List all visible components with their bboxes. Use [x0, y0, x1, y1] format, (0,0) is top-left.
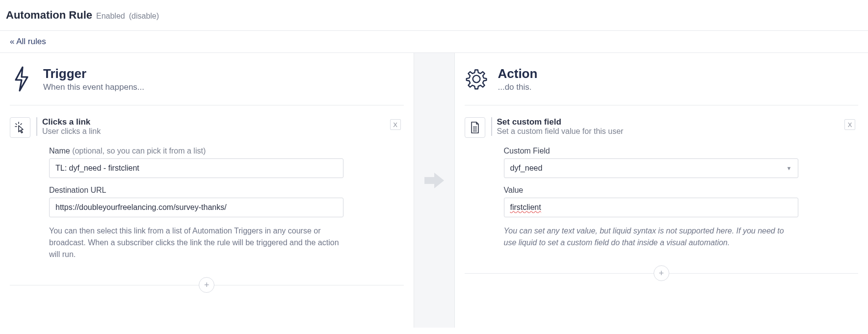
action-heading: Action [498, 66, 538, 81]
arrow-right-icon [423, 171, 445, 190]
trigger-rule-subtitle: User clicks a link [42, 127, 101, 136]
add-trigger-row: + [10, 276, 404, 294]
trigger-name-input[interactable]: TL: dyf_need - firstclient [49, 158, 343, 178]
trigger-help-text: You can then select this link from a lis… [49, 225, 343, 260]
main-content: Trigger When this event happens... X Cli… [0, 53, 868, 328]
panel-divider [414, 53, 455, 328]
trigger-panel: Trigger When this event happens... X Cli… [0, 53, 414, 328]
trigger-url-input[interactable]: https://doubleyourfreelancing.com/survey… [49, 198, 343, 217]
add-action-button[interactable]: + [654, 265, 669, 281]
status-badge: Enabled [96, 12, 125, 21]
action-help-text: You can set any text value, but liquid s… [504, 225, 798, 249]
name-label: Name (optional, so you can pick it from … [49, 147, 404, 155]
action-rule-subtitle: Set a custom field value for this user [497, 127, 624, 136]
remove-trigger-button[interactable]: X [390, 119, 401, 130]
remove-action-button[interactable]: X [844, 119, 855, 130]
trigger-heading: Trigger [43, 66, 144, 81]
breadcrumb-bar: « All rules [0, 31, 868, 53]
custom-field-select[interactable]: dyf_need ▼ [504, 158, 798, 178]
action-panel: Action ...do this. X Set custom field [455, 53, 868, 328]
document-icon [465, 117, 485, 138]
url-label: Destination URL [49, 186, 404, 195]
chevron-down-icon: ▼ [787, 165, 792, 171]
back-to-rules-link[interactable]: « All rules [10, 37, 46, 46]
disable-link[interactable]: (disable) [129, 12, 159, 21]
add-trigger-button[interactable]: + [199, 277, 214, 293]
action-subheading: ...do this. [498, 82, 538, 92]
action-rule-head: Set custom field Set a custom field valu… [465, 117, 859, 138]
click-icon [10, 117, 30, 138]
trigger-header: Trigger When this event happens... [10, 65, 404, 105]
value-input[interactable]: firstclient [504, 198, 798, 217]
lightning-icon [10, 65, 33, 93]
trigger-rule-block: X Clicks a link User clicks a link Name … [10, 117, 404, 260]
action-rule-title: Set custom field [497, 117, 624, 127]
value-label: Value [504, 186, 859, 195]
trigger-rule-head: Clicks a link User clicks a link [10, 117, 404, 138]
page-header: Automation Rule Enabled (disable) [0, 0, 868, 31]
action-rule-block: X Set custom field Set a custom field va… [465, 117, 859, 249]
trigger-form: Name (optional, so you can pick it from … [10, 147, 404, 260]
page-title: Automation Rule [6, 9, 92, 22]
add-action-row: + [465, 264, 859, 282]
action-header: Action ...do this. [465, 65, 859, 105]
svg-point-0 [473, 76, 480, 83]
trigger-subheading: When this event happens... [43, 82, 144, 92]
trigger-rule-title: Clicks a link [42, 117, 101, 127]
gear-icon [465, 65, 488, 93]
action-form: Custom Field dyf_need ▼ Value firstclien… [465, 147, 859, 249]
custom-field-label: Custom Field [504, 147, 859, 155]
